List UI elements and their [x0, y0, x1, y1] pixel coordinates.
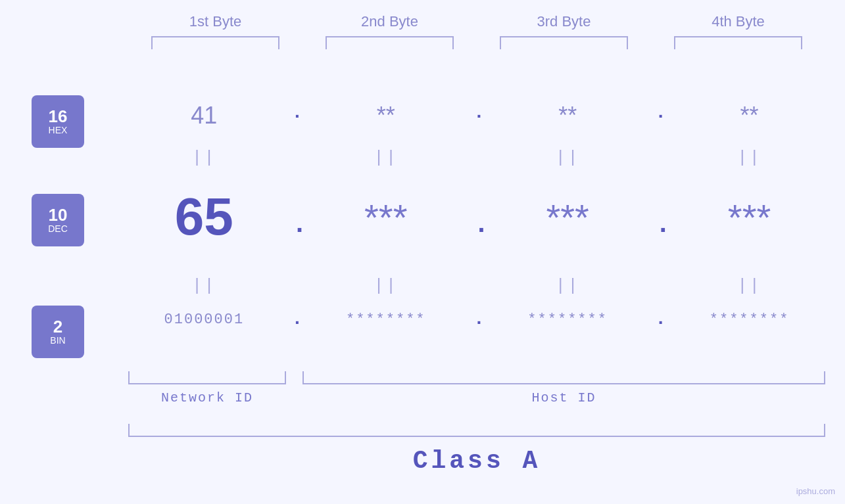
bracket-byte1 — [151, 36, 279, 49]
bin-b4: ******** — [685, 311, 813, 328]
byte3-header: 3rd Byte — [485, 13, 643, 30]
bracket-byte3 — [500, 36, 628, 49]
dec-b4: *** — [685, 196, 813, 239]
dot-dec-2: . — [473, 210, 480, 243]
hex-b2: ** — [322, 102, 450, 129]
bracket-host-id — [302, 371, 825, 384]
dot-bin-1: . — [292, 309, 299, 331]
hex-b3: ** — [504, 102, 632, 129]
equals-row-1: || || || || — [128, 148, 825, 168]
byte-headers-row: 1st Byte 2nd Byte 3rd Byte 4th Byte — [128, 13, 825, 30]
byte4-header: 4th Byte — [660, 13, 817, 30]
eq1-b2: || — [322, 148, 450, 168]
byte2-header: 2nd Byte — [311, 13, 469, 30]
dec-row: 65 . *** . *** . *** — [128, 191, 825, 243]
bin-b3: ******** — [504, 311, 632, 328]
dot-hex-3: . — [655, 103, 662, 123]
main-container: 1st Byte 2nd Byte 3rd Byte 4th Byte 16 H… — [0, 0, 845, 504]
eq2-b3: || — [504, 276, 632, 296]
bracket-byte4 — [674, 36, 802, 49]
badge-bin-label: BIN — [50, 335, 65, 346]
dot-hex-2: . — [473, 103, 480, 123]
host-id-label: Host ID — [302, 390, 825, 405]
dec-b1: 65 — [140, 191, 268, 243]
dot-hex-1: . — [292, 103, 299, 123]
dec-b2: *** — [322, 196, 450, 239]
hex-row: 41 . ** . ** . ** — [128, 102, 825, 129]
eq1-b3: || — [504, 148, 632, 168]
equals-row-2: || || || || — [128, 276, 825, 296]
class-a-label: Class A — [128, 447, 825, 475]
byte1-header: 1st Byte — [137, 13, 295, 30]
bracket-class-a — [128, 424, 825, 437]
badge-hex: 16 HEX — [32, 95, 84, 148]
network-id-label: Network ID — [128, 390, 286, 405]
bracket-network-id — [128, 371, 286, 384]
eq2-b2: || — [322, 276, 450, 296]
eq1-b4: || — [685, 148, 813, 168]
badge-hex-number: 16 — [49, 108, 68, 125]
eq1-b1: || — [140, 148, 268, 168]
dot-bin-2: . — [473, 309, 480, 331]
bin-row: 01000001 . ******** . ******** . *******… — [128, 309, 825, 331]
bin-b1: 01000001 — [140, 311, 268, 328]
eq2-b1: || — [140, 276, 268, 296]
hex-b1: 41 — [140, 102, 268, 129]
badge-dec-label: DEC — [48, 223, 68, 234]
badge-bin-number: 2 — [53, 318, 62, 335]
badge-hex-label: HEX — [49, 125, 68, 135]
hex-b4: ** — [685, 102, 813, 129]
bracket-byte2 — [326, 36, 454, 49]
dot-dec-3: . — [655, 210, 662, 243]
eq2-b4: || — [685, 276, 813, 296]
dot-dec-1: . — [292, 210, 299, 243]
dot-bin-3: . — [655, 309, 662, 331]
badge-dec: 10 DEC — [32, 194, 84, 246]
badge-dec-number: 10 — [49, 206, 68, 223]
bin-b2: ******** — [322, 311, 450, 328]
badge-bin: 2 BIN — [32, 306, 84, 358]
top-brackets — [128, 36, 825, 49]
watermark: ipshu.com — [796, 486, 835, 496]
dec-b3: *** — [504, 196, 632, 239]
